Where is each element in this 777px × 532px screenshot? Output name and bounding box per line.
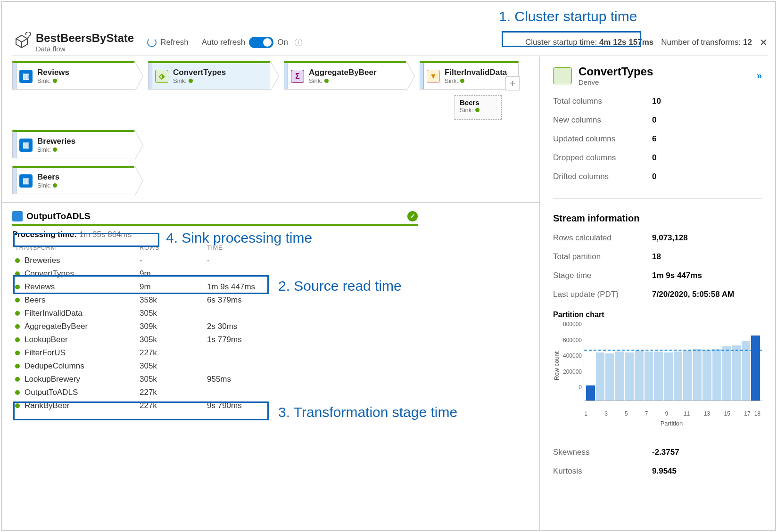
chart-bar [645,352,653,401]
details-title: ConvertTypes [579,65,653,78]
table-row[interactable]: LookupBeer305k1s 779ms [12,333,418,346]
stat-row: Total partition18 [553,247,762,266]
add-node-button[interactable]: + [505,76,520,90]
source-icon: ▥ [19,70,33,83]
partition-chart: Partition chart Row count 80000060000040… [553,311,762,427]
node-label: Reviews [37,68,69,77]
table-row[interactable]: AggregateByBeer309k2s 30ms [12,320,418,333]
chart-bar [674,352,683,401]
sink-title: OutputToADLS [26,211,91,221]
source-icon: ▥ [19,174,33,188]
info-icon[interactable]: i [295,39,302,46]
filter-icon: ▼ [427,70,440,83]
header-bar: BestBeersByState Data flow Refresh Auto … [12,29,768,56]
node-sink: Sink: [37,77,69,84]
node-beers[interactable]: ▥ Beers Sink: [12,166,135,194]
dataflow-icon [12,32,31,53]
auto-refresh-label: Auto refresh [202,38,246,47]
node-sink: Sink: [173,77,226,84]
chart-bar [732,345,741,401]
chart-bar [654,352,663,401]
chart-bar [693,349,702,401]
flow-subtitle: Data flow [36,45,134,53]
table-row[interactable]: FilterInvalidData305k [12,307,418,320]
close-button[interactable]: ✕ [760,37,768,48]
node-label: Beers [460,98,496,106]
stat-row: Updated columns6 [553,130,762,148]
stat-row: Rows calculated9,073,128 [553,229,762,247]
chart-bar [722,346,731,401]
node-label: Breweries [37,137,75,146]
chart-bar [683,351,692,401]
callout-box-4 [13,233,159,247]
annotation-3: 3. Transformation stage time [278,404,457,420]
chart-bar [625,352,634,401]
derive-icon: ⬗ [155,70,168,83]
node-aggregatebybeer[interactable]: Σ AggregateByBeer Sink: [284,61,406,90]
stat-row: Kurtosis9.9545 [553,462,762,481]
details-panel: ConvertTypes Derive » Total columns10New… [539,57,775,530]
success-icon: ✓ [407,211,418,221]
y-axis-label: Row count [553,321,560,410]
stat-row: Skewness-2.3757 [553,443,762,462]
node-sink: Sink: [309,77,377,84]
x-axis-label: Partition [581,420,762,427]
transforms-label: Number of transforms: [661,38,741,47]
node-label: Beers [37,172,59,182]
auto-refresh-toggle[interactable]: Auto refresh On i [202,37,302,48]
stat-row: New columns0 [553,111,762,130]
details-type: Derive [579,78,653,86]
node-sink: Sink: [445,77,507,84]
chart-bar [615,352,624,401]
node-converttypes[interactable]: ⬗ ConvertTypes Sink: [148,61,271,90]
sink-icon [12,211,23,221]
chart-bar [751,336,760,401]
stat-row: Last update (PDT)7/20/2020, 5:05:58 AM [553,285,762,304]
node-label: AggregateByBeer [309,68,377,77]
annotation-4: 4. Sink processing time [166,230,312,246]
node-beers-ref[interactable]: Beers Sink: [455,95,502,120]
toggle-switch[interactable] [249,37,273,48]
table-row[interactable]: Beers358k6s 379ms [12,294,418,307]
node-sink: Sink: [37,146,75,153]
transforms-count: Number of transforms: 12 [661,38,752,47]
derive-icon [553,67,572,84]
table-row[interactable]: DedupeColumns305k [12,360,418,373]
table-row[interactable]: Breweries-- [12,254,418,267]
node-filterinvaliddata[interactable]: ▼ FilterInvalidData Sink: [420,61,519,90]
annotation-1: 1. Cluster startup time [499,8,637,25]
node-sink: Sink: [37,182,59,189]
stat-row: Dropped columns0 [553,148,762,167]
chart-bar [596,352,605,401]
sink-header[interactable]: OutputToADLS ✓ [12,205,418,226]
refresh-button[interactable]: Refresh [147,38,189,47]
refresh-icon [147,38,157,47]
chart-bar [712,349,721,401]
chart-bars [584,321,762,401]
annotation-2: 2. Source read time [278,278,402,294]
aggregate-icon: Σ [291,70,304,83]
chart-bar [605,353,614,401]
stream-info-header: Stream information [553,198,762,224]
callout-box-3 [13,401,269,420]
stat-row: Stage time1m 9s 447ms [553,266,762,285]
chart-bar [635,351,644,401]
chart-bar [586,385,595,401]
table-row[interactable]: FilterForUS227k [12,346,418,360]
chart-bar [664,352,673,401]
transforms-value: 12 [743,38,752,47]
table-row[interactable]: LookupBrewery305k955ms [12,373,418,386]
expand-icon[interactable]: » [757,70,762,81]
callout-box-2 [13,275,269,294]
node-label: ConvertTypes [173,68,226,77]
node-breweries[interactable]: ▥ Breweries Sink: [12,130,135,158]
stat-row: Drifted columns0 [553,167,762,186]
toggle-state: On [277,38,288,47]
node-reviews[interactable]: ▥ Reviews Sink: [12,61,135,90]
callout-box-1 [502,31,641,47]
flow-title: BestBeersByState [36,32,134,45]
table-row[interactable]: OutputToADLS227k [12,386,418,399]
refresh-label: Refresh [160,38,189,47]
source-icon: ▥ [19,139,33,152]
partition-chart-title: Partition chart [553,311,762,319]
